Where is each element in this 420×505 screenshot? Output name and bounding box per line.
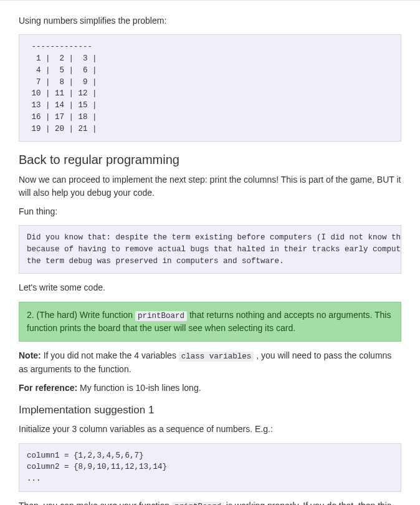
code-block-grid: ------------- 1 | 2 | 3 | 4 | 5 | 6 | 7 …	[19, 34, 401, 142]
task-text-before: 2. (The hard) Write function	[27, 310, 135, 320]
code-block-fun-fact: Did you know that: despite the term exis…	[19, 225, 401, 274]
fun-thing-label: Fun thing:	[19, 205, 401, 218]
reference-label: For reference:	[19, 383, 77, 393]
reference-text: My function is 10-ish lines long.	[77, 383, 201, 393]
closing-code-printboard: printBoard	[172, 502, 224, 505]
document-body: Using numbers simplifies the problem: --…	[0, 0, 420, 505]
note-paragraph: Note: If you did not make the 4 variable…	[19, 349, 401, 375]
heading-implementation-suggestion: Implementation suggestion 1	[19, 404, 401, 416]
closing-paragraph: Then, you can make sure your function pr…	[19, 499, 401, 505]
note-label: Note:	[19, 350, 41, 360]
code-block-columns: column1 = {1,2,3,4,5,6,7} column2 = {8,9…	[19, 443, 401, 492]
note-code-class-variables: class variables	[179, 352, 254, 362]
note-text-before: If you did not make the 4 variables	[41, 350, 179, 360]
heading-back-to-programming: Back to regular programming	[19, 153, 401, 167]
paragraph-proceed: Now we can proceed to implement the next…	[19, 173, 401, 199]
implementation-intro: Initialize your 3 column variables as a …	[19, 423, 401, 435]
task-box: 2. (The hard) Write function printBoard …	[19, 302, 401, 342]
task-code-printboard: printBoard	[135, 311, 187, 321]
reference-paragraph: For reference: My function is 10-ish lin…	[19, 382, 401, 394]
intro-paragraph: Using numbers simplifies the problem:	[19, 14, 401, 27]
lets-write-code: Let's write some code.	[19, 281, 401, 294]
closing-before: Then, you can make sure your function	[19, 501, 172, 505]
